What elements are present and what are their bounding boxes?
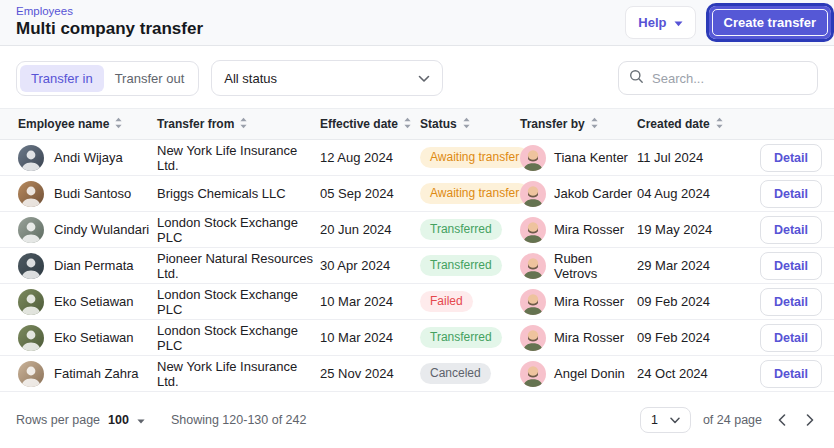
employee-avatar xyxy=(18,181,44,207)
caret-down-icon xyxy=(137,413,145,427)
column-header-employee-name[interactable]: Employee name xyxy=(18,117,157,132)
employee-name: Fatimah Zahra xyxy=(54,366,139,381)
detail-button[interactable]: Detail xyxy=(760,180,822,208)
click-target-highlight: Create transfer xyxy=(706,3,834,42)
employee-name: Eko Setiawan xyxy=(54,294,134,309)
employee-cell: Budi Santoso xyxy=(18,181,157,207)
next-page-button[interactable] xyxy=(802,412,818,428)
transfer-by-name: Jakob Carder xyxy=(554,186,632,201)
rows-per-page-label: Rows per page xyxy=(16,413,100,427)
pagination: 1 of 24 page xyxy=(640,407,818,433)
action-cell: Detail xyxy=(758,288,822,316)
page-number-value: 1 xyxy=(651,413,658,427)
rows-per-page-select[interactable]: Rows per page 100 xyxy=(16,413,145,427)
transfer-by-name: Mira Rosser xyxy=(554,294,624,309)
transfer-by-avatar xyxy=(520,289,546,315)
transfer-by-name: Angel Donin xyxy=(554,366,625,381)
create-transfer-button[interactable]: Create transfer xyxy=(709,6,832,39)
action-cell: Detail xyxy=(758,144,822,172)
transfer-by-name: Mira Rosser xyxy=(554,330,624,345)
effective-date-cell: 10 Mar 2024 xyxy=(320,294,420,309)
chevron-down-icon xyxy=(670,413,680,427)
table-row: Budi Santoso Briggs Chemicals LLC 05 Sep… xyxy=(0,176,834,212)
created-date-cell: 09 Feb 2024 xyxy=(637,330,758,345)
created-date-cell: 09 Feb 2024 xyxy=(637,294,758,309)
transfer-by-avatar xyxy=(520,181,546,207)
created-date-cell: 04 Aug 2024 xyxy=(637,186,758,201)
transfer-by-avatar xyxy=(520,361,546,387)
table-row: Dian Permata Pioneer Natural Resources L… xyxy=(0,248,834,284)
transfers-table: Employee name Transfer from Effective da… xyxy=(0,108,834,392)
status-badge: Transferred xyxy=(420,255,502,276)
status-cell: Awaiting transfer xyxy=(420,183,520,204)
page-number-select[interactable]: 1 xyxy=(640,407,691,433)
chevron-left-icon xyxy=(778,414,786,429)
table-body: Andi Wijaya New York Life Insurance Ltd.… xyxy=(0,140,834,392)
transfer-direction-tabs: Transfer in Transfer out xyxy=(16,61,199,96)
help-button-label: Help xyxy=(638,15,666,30)
transfer-by-cell: Ruben Vetrovs xyxy=(520,251,637,281)
filters-toolbar: Transfer in Transfer out All status xyxy=(0,46,834,108)
detail-button[interactable]: Detail xyxy=(760,144,822,172)
transfer-from-cell: New York Life Insurance Ltd. xyxy=(157,143,320,173)
table-footer: Rows per page 100 Showing 120-130 of 242… xyxy=(0,392,834,448)
detail-button[interactable]: Detail xyxy=(760,324,822,352)
status-cell: Canceled xyxy=(420,363,520,384)
of-pages-text: of 24 page xyxy=(703,413,762,427)
action-cell: Detail xyxy=(758,216,822,244)
employee-avatar xyxy=(18,361,44,387)
transfer-by-avatar xyxy=(520,145,546,171)
previous-page-button[interactable] xyxy=(774,412,790,428)
employee-cell: Eko Setiawan xyxy=(18,289,157,315)
detail-button[interactable]: Detail xyxy=(760,252,822,280)
transfer-from-cell: Pioneer Natural Resources Ltd. xyxy=(157,251,320,281)
action-cell: Detail xyxy=(758,360,822,388)
action-cell: Detail xyxy=(758,180,822,208)
search-input[interactable] xyxy=(652,71,807,86)
header-titles: Employees Multi company transfer xyxy=(16,6,203,38)
caret-down-icon xyxy=(674,15,683,30)
sort-icon xyxy=(590,117,599,132)
employee-avatar xyxy=(18,325,44,351)
status-badge: Canceled xyxy=(420,363,491,384)
created-date-cell: 24 Oct 2024 xyxy=(637,366,758,381)
detail-button[interactable]: Detail xyxy=(760,216,822,244)
page-title: Multi company transfer xyxy=(16,20,203,39)
column-header-transfer-by[interactable]: Transfer by xyxy=(520,117,637,132)
effective-date-cell: 10 Mar 2024 xyxy=(320,330,420,345)
sort-icon xyxy=(715,117,724,132)
status-badge: Transferred xyxy=(420,327,502,348)
rows-per-page-value: 100 xyxy=(108,413,129,427)
column-header-created-date[interactable]: Created date xyxy=(637,117,758,132)
transfer-by-avatar xyxy=(520,217,546,243)
transfer-by-cell: Mira Rosser xyxy=(520,289,637,315)
table-row: Andi Wijaya New York Life Insurance Ltd.… xyxy=(0,140,834,176)
transfer-from-cell: Briggs Chemicals LLC xyxy=(157,186,320,201)
chevron-right-icon xyxy=(806,414,814,429)
status-filter-select[interactable]: All status xyxy=(211,60,443,96)
created-date-cell: 29 Mar 2024 xyxy=(637,258,758,273)
tab-transfer-out[interactable]: Transfer out xyxy=(104,65,196,92)
status-cell: Transferred xyxy=(420,327,520,348)
detail-button[interactable]: Detail xyxy=(760,360,822,388)
column-header-status[interactable]: Status xyxy=(420,117,520,132)
created-date-cell: 11 Jul 2024 xyxy=(637,150,758,165)
employee-avatar xyxy=(18,217,44,243)
page-header: Employees Multi company transfer Help Cr… xyxy=(0,0,834,46)
action-cell: Detail xyxy=(758,324,822,352)
status-cell: Transferred xyxy=(420,255,520,276)
breadcrumb[interactable]: Employees xyxy=(16,6,203,18)
effective-date-cell: 30 Apr 2024 xyxy=(320,258,420,273)
tab-transfer-in[interactable]: Transfer in xyxy=(20,65,104,92)
help-button[interactable]: Help xyxy=(625,6,695,39)
detail-button[interactable]: Detail xyxy=(760,288,822,316)
employee-name: Budi Santoso xyxy=(54,186,131,201)
created-date-cell: 19 May 2024 xyxy=(637,222,758,237)
column-header-effective-date[interactable]: Effective date xyxy=(320,117,420,132)
employee-name: Dian Permata xyxy=(54,258,133,273)
table-row: Eko Setiawan London Stock Exchange PLC 1… xyxy=(0,320,834,356)
table-row: Eko Setiawan London Stock Exchange PLC 1… xyxy=(0,284,834,320)
transfer-by-name: Ruben Vetrovs xyxy=(554,251,637,281)
transfer-by-cell: Jakob Carder xyxy=(520,181,637,207)
column-header-transfer-from[interactable]: Transfer from xyxy=(157,117,320,132)
